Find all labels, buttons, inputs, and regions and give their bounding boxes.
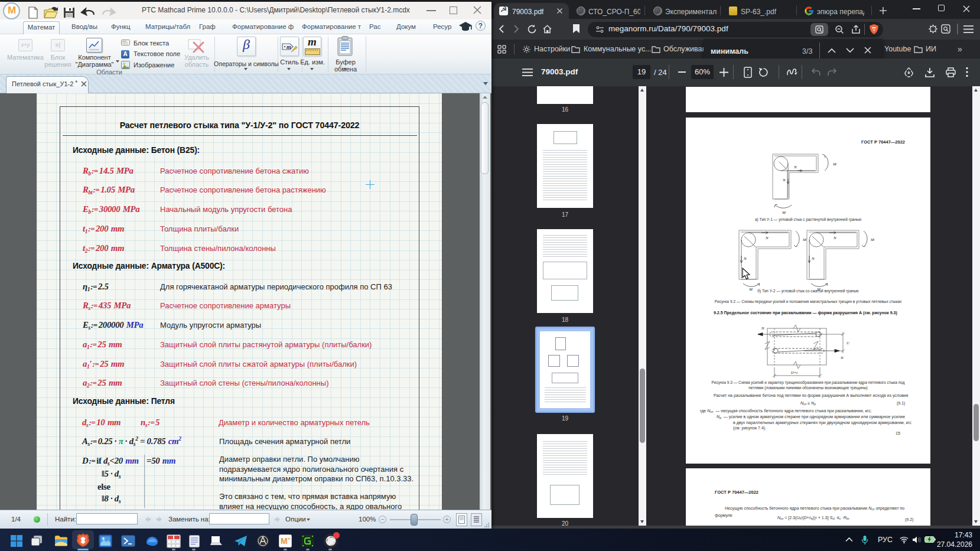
svg-text:N: N: [793, 165, 797, 169]
svg-text:N: N: [840, 356, 844, 360]
svg-text:M: M: [782, 210, 786, 215]
svg-text:N: N: [782, 178, 786, 182]
svg-text:M: M: [281, 536, 288, 546]
svg-text:N: N: [765, 236, 769, 240]
svg-text:N: N: [811, 256, 815, 261]
svg-text:D+c: D+c: [790, 370, 798, 374]
svg-text:N: N: [761, 326, 764, 331]
svg-text:m: m: [286, 44, 291, 50]
svg-text:+: +: [288, 536, 291, 542]
svg-text:N: N: [743, 256, 747, 261]
svg-text:N: N: [833, 236, 836, 240]
svg-text:M: M: [802, 237, 807, 242]
svg-text:M: M: [870, 237, 875, 242]
svg-text:M: M: [832, 162, 837, 167]
svg-text:U: U: [846, 341, 850, 345]
